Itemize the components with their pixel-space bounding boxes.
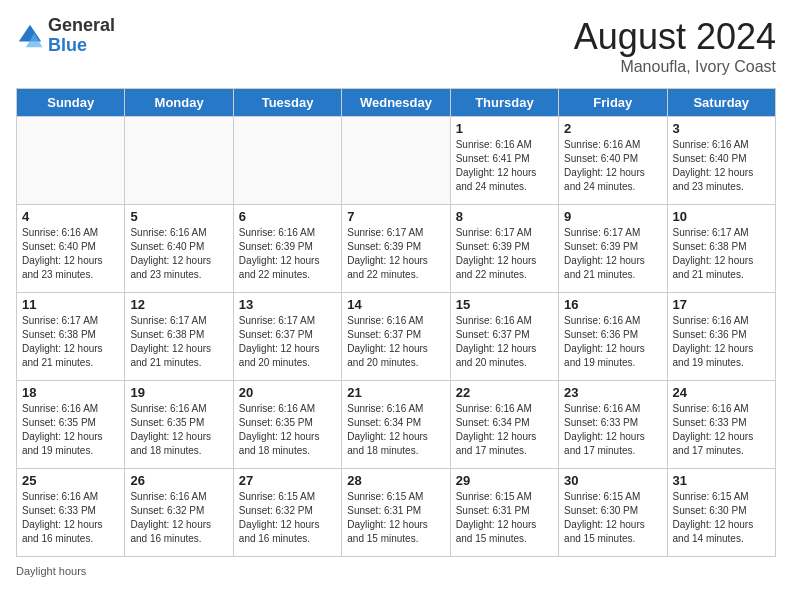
page-header: General Blue August 2024 Manoufla, Ivory… — [16, 16, 776, 76]
logo-text: General Blue — [48, 16, 115, 56]
calendar-title: August 2024 — [574, 16, 776, 58]
logo-general: General — [48, 15, 115, 35]
calendar-header: SundayMondayTuesdayWednesdayThursdayFrid… — [17, 89, 776, 117]
day-number: 14 — [347, 297, 444, 312]
day-info: Sunrise: 6:16 AM Sunset: 6:40 PM Dayligh… — [564, 138, 661, 194]
day-info: Sunrise: 6:15 AM Sunset: 6:30 PM Dayligh… — [564, 490, 661, 546]
day-info: Sunrise: 6:16 AM Sunset: 6:36 PM Dayligh… — [564, 314, 661, 370]
day-info: Sunrise: 6:17 AM Sunset: 6:39 PM Dayligh… — [564, 226, 661, 282]
day-number: 23 — [564, 385, 661, 400]
header-day-tuesday: Tuesday — [233, 89, 341, 117]
calendar-cell: 8Sunrise: 6:17 AM Sunset: 6:39 PM Daylig… — [450, 205, 558, 293]
day-info: Sunrise: 6:16 AM Sunset: 6:33 PM Dayligh… — [673, 402, 770, 458]
day-number: 2 — [564, 121, 661, 136]
day-number: 13 — [239, 297, 336, 312]
calendar-subtitle: Manoufla, Ivory Coast — [574, 58, 776, 76]
calendar-cell: 18Sunrise: 6:16 AM Sunset: 6:35 PM Dayli… — [17, 381, 125, 469]
calendar-cell: 24Sunrise: 6:16 AM Sunset: 6:33 PM Dayli… — [667, 381, 775, 469]
day-number: 12 — [130, 297, 227, 312]
calendar-cell: 17Sunrise: 6:16 AM Sunset: 6:36 PM Dayli… — [667, 293, 775, 381]
day-number: 26 — [130, 473, 227, 488]
day-number: 28 — [347, 473, 444, 488]
calendar-cell: 31Sunrise: 6:15 AM Sunset: 6:30 PM Dayli… — [667, 469, 775, 557]
day-info: Sunrise: 6:15 AM Sunset: 6:31 PM Dayligh… — [456, 490, 553, 546]
calendar-cell: 26Sunrise: 6:16 AM Sunset: 6:32 PM Dayli… — [125, 469, 233, 557]
day-number: 11 — [22, 297, 119, 312]
calendar-table: SundayMondayTuesdayWednesdayThursdayFrid… — [16, 88, 776, 557]
day-info: Sunrise: 6:16 AM Sunset: 6:35 PM Dayligh… — [130, 402, 227, 458]
calendar-cell — [17, 117, 125, 205]
day-info: Sunrise: 6:16 AM Sunset: 6:40 PM Dayligh… — [673, 138, 770, 194]
day-number: 18 — [22, 385, 119, 400]
day-info: Sunrise: 6:16 AM Sunset: 6:33 PM Dayligh… — [22, 490, 119, 546]
day-number: 21 — [347, 385, 444, 400]
day-number: 8 — [456, 209, 553, 224]
header-day-wednesday: Wednesday — [342, 89, 450, 117]
day-info: Sunrise: 6:16 AM Sunset: 6:33 PM Dayligh… — [564, 402, 661, 458]
day-info: Sunrise: 6:16 AM Sunset: 6:36 PM Dayligh… — [673, 314, 770, 370]
week-row-4: 25Sunrise: 6:16 AM Sunset: 6:33 PM Dayli… — [17, 469, 776, 557]
calendar-cell: 21Sunrise: 6:16 AM Sunset: 6:34 PM Dayli… — [342, 381, 450, 469]
day-info: Sunrise: 6:16 AM Sunset: 6:34 PM Dayligh… — [347, 402, 444, 458]
logo-blue: Blue — [48, 35, 87, 55]
day-info: Sunrise: 6:17 AM Sunset: 6:38 PM Dayligh… — [22, 314, 119, 370]
week-row-3: 18Sunrise: 6:16 AM Sunset: 6:35 PM Dayli… — [17, 381, 776, 469]
day-info: Sunrise: 6:17 AM Sunset: 6:38 PM Dayligh… — [130, 314, 227, 370]
day-info: Sunrise: 6:17 AM Sunset: 6:39 PM Dayligh… — [347, 226, 444, 282]
header-day-sunday: Sunday — [17, 89, 125, 117]
calendar-cell: 28Sunrise: 6:15 AM Sunset: 6:31 PM Dayli… — [342, 469, 450, 557]
day-number: 10 — [673, 209, 770, 224]
day-number: 7 — [347, 209, 444, 224]
day-info: Sunrise: 6:17 AM Sunset: 6:37 PM Dayligh… — [239, 314, 336, 370]
day-number: 1 — [456, 121, 553, 136]
day-number: 25 — [22, 473, 119, 488]
day-number: 17 — [673, 297, 770, 312]
day-number: 27 — [239, 473, 336, 488]
calendar-cell — [342, 117, 450, 205]
day-number: 16 — [564, 297, 661, 312]
calendar-cell — [233, 117, 341, 205]
day-info: Sunrise: 6:16 AM Sunset: 6:34 PM Dayligh… — [456, 402, 553, 458]
calendar-cell: 9Sunrise: 6:17 AM Sunset: 6:39 PM Daylig… — [559, 205, 667, 293]
svg-marker-0 — [19, 25, 41, 42]
day-info: Sunrise: 6:16 AM Sunset: 6:41 PM Dayligh… — [456, 138, 553, 194]
footer: Daylight hours — [16, 565, 776, 577]
calendar-cell: 12Sunrise: 6:17 AM Sunset: 6:38 PM Dayli… — [125, 293, 233, 381]
header-day-saturday: Saturday — [667, 89, 775, 117]
header-row: SundayMondayTuesdayWednesdayThursdayFrid… — [17, 89, 776, 117]
title-block: August 2024 Manoufla, Ivory Coast — [574, 16, 776, 76]
day-info: Sunrise: 6:17 AM Sunset: 6:39 PM Dayligh… — [456, 226, 553, 282]
calendar-cell: 7Sunrise: 6:17 AM Sunset: 6:39 PM Daylig… — [342, 205, 450, 293]
calendar-cell: 2Sunrise: 6:16 AM Sunset: 6:40 PM Daylig… — [559, 117, 667, 205]
daylight-label: Daylight hours — [16, 565, 86, 577]
day-number: 19 — [130, 385, 227, 400]
calendar-cell: 11Sunrise: 6:17 AM Sunset: 6:38 PM Dayli… — [17, 293, 125, 381]
calendar-cell: 22Sunrise: 6:16 AM Sunset: 6:34 PM Dayli… — [450, 381, 558, 469]
day-info: Sunrise: 6:16 AM Sunset: 6:35 PM Dayligh… — [22, 402, 119, 458]
header-day-thursday: Thursday — [450, 89, 558, 117]
calendar-cell: 13Sunrise: 6:17 AM Sunset: 6:37 PM Dayli… — [233, 293, 341, 381]
header-day-friday: Friday — [559, 89, 667, 117]
day-number: 24 — [673, 385, 770, 400]
calendar-cell: 6Sunrise: 6:16 AM Sunset: 6:39 PM Daylig… — [233, 205, 341, 293]
day-info: Sunrise: 6:16 AM Sunset: 6:37 PM Dayligh… — [456, 314, 553, 370]
week-row-2: 11Sunrise: 6:17 AM Sunset: 6:38 PM Dayli… — [17, 293, 776, 381]
day-info: Sunrise: 6:15 AM Sunset: 6:30 PM Dayligh… — [673, 490, 770, 546]
calendar-cell: 5Sunrise: 6:16 AM Sunset: 6:40 PM Daylig… — [125, 205, 233, 293]
day-info: Sunrise: 6:16 AM Sunset: 6:40 PM Dayligh… — [130, 226, 227, 282]
week-row-1: 4Sunrise: 6:16 AM Sunset: 6:40 PM Daylig… — [17, 205, 776, 293]
logo-icon — [16, 22, 44, 50]
calendar-cell: 16Sunrise: 6:16 AM Sunset: 6:36 PM Dayli… — [559, 293, 667, 381]
day-number: 5 — [130, 209, 227, 224]
calendar-cell: 30Sunrise: 6:15 AM Sunset: 6:30 PM Dayli… — [559, 469, 667, 557]
logo: General Blue — [16, 16, 115, 56]
day-info: Sunrise: 6:16 AM Sunset: 6:37 PM Dayligh… — [347, 314, 444, 370]
calendar-cell: 20Sunrise: 6:16 AM Sunset: 6:35 PM Dayli… — [233, 381, 341, 469]
calendar-cell: 15Sunrise: 6:16 AM Sunset: 6:37 PM Dayli… — [450, 293, 558, 381]
calendar-cell: 4Sunrise: 6:16 AM Sunset: 6:40 PM Daylig… — [17, 205, 125, 293]
calendar-cell: 27Sunrise: 6:15 AM Sunset: 6:32 PM Dayli… — [233, 469, 341, 557]
day-number: 9 — [564, 209, 661, 224]
day-info: Sunrise: 6:16 AM Sunset: 6:35 PM Dayligh… — [239, 402, 336, 458]
calendar-cell: 10Sunrise: 6:17 AM Sunset: 6:38 PM Dayli… — [667, 205, 775, 293]
calendar-cell: 19Sunrise: 6:16 AM Sunset: 6:35 PM Dayli… — [125, 381, 233, 469]
